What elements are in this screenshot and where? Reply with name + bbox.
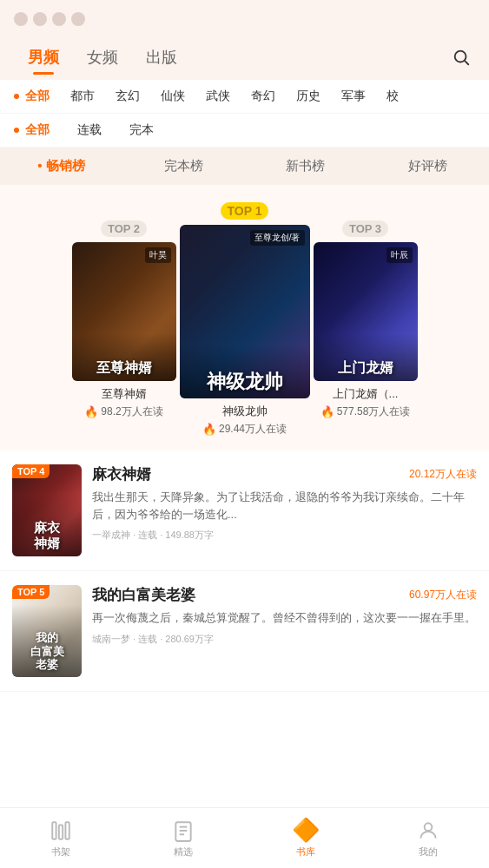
rank2-card[interactable]: TOP 2 至尊神婿 叶昊 至尊神婿 🔥 98.2万人在读 bbox=[72, 220, 176, 419]
rank3-fire-icon: 🔥 bbox=[320, 405, 334, 418]
status-ongoing[interactable]: 连载 bbox=[74, 121, 105, 140]
list5-cover-text: 我的 白富美 老婆 bbox=[12, 605, 82, 677]
status-filter-row: 全部 连载 完本 bbox=[0, 114, 489, 148]
rank2-title: 至尊神婿 bbox=[102, 386, 147, 402]
nav-featured[interactable]: 精选 bbox=[157, 815, 209, 862]
status-bar bbox=[0, 0, 489, 38]
rank-tabs: 畅销榜 完本榜 新书榜 好评榜 bbox=[0, 148, 489, 185]
genre-school[interactable]: 校 bbox=[383, 87, 402, 106]
tab-male[interactable]: 男频 bbox=[14, 43, 73, 71]
list4-cover-text: 麻衣 神婿 bbox=[12, 494, 82, 556]
genre-qihuan[interactable]: 奇幻 bbox=[248, 87, 279, 106]
svg-rect-2 bbox=[53, 822, 56, 839]
nav-featured-label: 精选 bbox=[174, 845, 193, 858]
tab-female[interactable]: 女频 bbox=[73, 43, 132, 71]
status-bar-left bbox=[14, 12, 85, 26]
list5-desc: 再一次侮蔑之后，秦城总算觉醒了。曾经不曾得到的，这次要一一握在手里。 bbox=[92, 609, 477, 627]
list4-title-row: 麻衣神婿 20.12万人在读 bbox=[92, 464, 477, 484]
list-item-5[interactable]: 我的 白富美 老婆 TOP 5 我的白富美老婆 60.97万人在读 再一次侮蔑之… bbox=[0, 571, 489, 692]
svg-point-9 bbox=[424, 823, 432, 831]
rank3-cover: 上门龙婿 叶辰 bbox=[314, 242, 418, 381]
status-dot-4 bbox=[71, 12, 85, 26]
featured-icon bbox=[171, 819, 195, 843]
rank1-fire-icon: 🔥 bbox=[202, 423, 216, 436]
rank2-author: 叶昊 bbox=[145, 247, 171, 263]
bookshelf-icon bbox=[49, 819, 73, 843]
rank2-badge: TOP 2 bbox=[101, 220, 147, 237]
list5-title-row: 我的白富美老婆 60.97万人在读 bbox=[92, 585, 477, 605]
genre-filter-row: 全部 都市 玄幻 仙侠 武侠 奇幻 历史 军事 校 bbox=[0, 80, 489, 114]
nav-bookshelf[interactable]: 书架 bbox=[35, 815, 87, 862]
nav-mine[interactable]: 我的 bbox=[402, 815, 454, 862]
list4-desc: 我出生那天，天降异象。为了让我活命，退隐的爷爷为我订亲续命。二十年后，因为爷爷给… bbox=[92, 489, 477, 523]
rank3-badge: TOP 3 bbox=[342, 220, 388, 237]
list-info-5: 我的白富美老婆 60.97万人在读 再一次侮蔑之后，秦城总算觉醒了。曾经不曾得到… bbox=[92, 585, 477, 646]
svg-rect-5 bbox=[175, 822, 190, 841]
status-complete[interactable]: 完本 bbox=[126, 121, 157, 140]
rank1-card[interactable]: TOP 1 神级龙帅 至尊龙创/著 神级龙帅 🔥 29.44万人在读 bbox=[180, 202, 310, 437]
rank1-title: 神级龙帅 bbox=[222, 404, 268, 419]
genre-military[interactable]: 军事 bbox=[338, 87, 369, 106]
top3-section: TOP 2 至尊神婿 叶昊 至尊神婿 🔥 98.2万人在读 TOP 1 神级龙帅… bbox=[0, 185, 489, 450]
list5-rank-label: TOP 5 bbox=[12, 585, 50, 599]
list5-readers: 60.97万人在读 bbox=[409, 588, 477, 602]
list-cover-5: 我的 白富美 老婆 TOP 5 bbox=[12, 585, 82, 677]
rank2-cover: 至尊神婿 叶昊 bbox=[72, 242, 176, 381]
list4-title: 麻衣神婿 bbox=[92, 464, 151, 484]
rank3-cover-text: 上门龙婿 bbox=[314, 333, 418, 381]
rank1-author: 至尊龙创/著 bbox=[250, 230, 305, 246]
active-dot bbox=[14, 94, 19, 99]
top-tabs: 男频 女频 出版 bbox=[0, 38, 489, 80]
status-dot-2 bbox=[33, 12, 47, 26]
list4-meta: 一举成神 · 连载 · 149.88万字 bbox=[92, 529, 477, 542]
rank1-readers: 🔥 29.44万人在读 bbox=[202, 422, 287, 437]
rank2-fire-icon: 🔥 bbox=[84, 405, 98, 418]
list-info-4: 麻衣神婿 20.12万人在读 我出生那天，天降异象。为了让我活命，退隐的爷爷为我… bbox=[92, 464, 477, 542]
rank-tab-bestseller[interactable]: 畅销榜 bbox=[0, 148, 122, 185]
genre-fantasy[interactable]: 玄幻 bbox=[112, 87, 143, 106]
list5-title: 我的白富美老婆 bbox=[92, 585, 195, 605]
rank1-cover-text: 神级龙帅 bbox=[180, 345, 310, 398]
list4-readers: 20.12万人在读 bbox=[409, 467, 477, 482]
library-icon: 🔶 bbox=[294, 819, 318, 843]
genre-wuxia[interactable]: 武侠 bbox=[202, 87, 234, 106]
tab-publish[interactable]: 出版 bbox=[132, 43, 191, 71]
rank3-card[interactable]: TOP 3 上门龙婿 叶辰 上门龙婿（... 🔥 577.58万人在读 bbox=[314, 220, 418, 419]
rank3-title: 上门龙婿（... bbox=[333, 386, 399, 402]
genre-history[interactable]: 历史 bbox=[293, 87, 324, 106]
rank1-cover: 神级龙帅 至尊龙创/著 bbox=[180, 225, 310, 398]
rank2-cover-text: 至尊神婿 bbox=[72, 333, 176, 381]
svg-rect-4 bbox=[66, 822, 69, 839]
list-cover-4: 麻衣 神婿 TOP 4 bbox=[12, 464, 82, 556]
nav-library[interactable]: 🔶 书库 bbox=[280, 815, 332, 862]
genre-all[interactable]: 全部 bbox=[10, 87, 53, 106]
nav-mine-label: 我的 bbox=[419, 845, 438, 858]
rank3-readers: 🔥 577.58万人在读 bbox=[320, 404, 411, 419]
status-dot-3 bbox=[52, 12, 66, 26]
rank-tab-top-rated[interactable]: 好评榜 bbox=[367, 148, 489, 185]
rank-list-section: 麻衣 神婿 TOP 4 麻衣神婿 20.12万人在读 我出生那天，天降异象。为了… bbox=[0, 450, 489, 761]
nav-bookshelf-label: 书架 bbox=[51, 845, 70, 858]
list-item-4[interactable]: 麻衣 神婿 TOP 4 麻衣神婿 20.12万人在读 我出生那天，天降异象。为了… bbox=[0, 450, 489, 571]
bottom-nav: 书架 精选 🔶 书库 我的 bbox=[0, 807, 489, 868]
svg-rect-3 bbox=[59, 825, 63, 838]
rank2-readers: 🔥 98.2万人在读 bbox=[84, 404, 162, 419]
rank3-author: 叶辰 bbox=[387, 247, 413, 263]
nav-library-label: 书库 bbox=[296, 845, 315, 858]
rank1-badge: TOP 1 bbox=[221, 202, 269, 220]
rank-tab-complete[interactable]: 完本榜 bbox=[122, 148, 245, 185]
profile-icon bbox=[416, 819, 440, 843]
genre-city[interactable]: 都市 bbox=[67, 87, 98, 106]
status-active-dot bbox=[14, 128, 19, 133]
list4-rank-label: TOP 4 bbox=[12, 464, 50, 478]
status-all[interactable]: 全部 bbox=[10, 121, 53, 140]
search-button[interactable] bbox=[447, 43, 475, 71]
status-dot-1 bbox=[14, 12, 28, 26]
rank-tab-new[interactable]: 新书榜 bbox=[245, 148, 367, 185]
svg-line-1 bbox=[465, 61, 468, 64]
list5-meta: 城南一梦 · 连载 · 280.69万字 bbox=[92, 633, 477, 646]
genre-xian[interactable]: 仙侠 bbox=[157, 87, 188, 106]
